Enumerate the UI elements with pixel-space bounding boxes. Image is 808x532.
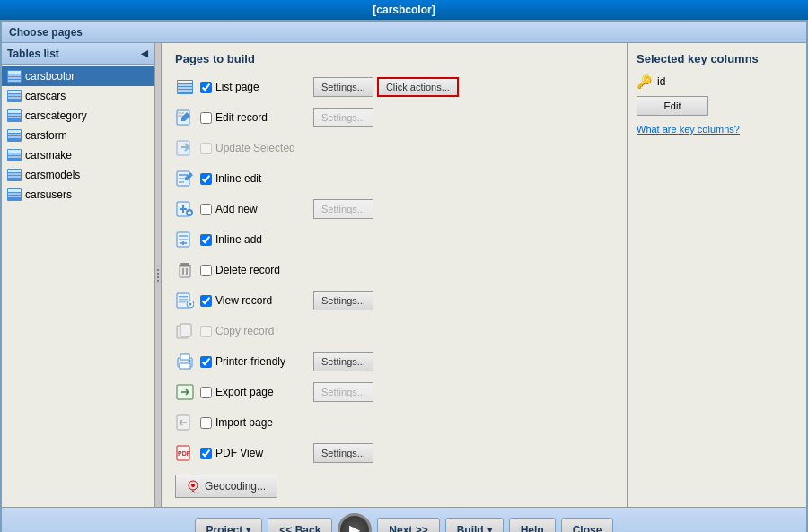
row-import-page: Import page — [175, 410, 613, 435]
svg-rect-4 — [8, 80, 21, 82]
checkbox-copy-record[interactable]: Copy record — [200, 325, 308, 337]
settings-add-new-button[interactable]: Settings... — [313, 199, 373, 219]
pages-section: Pages to build List pa — [162, 43, 627, 507]
key-icon: 🔑 — [637, 74, 652, 89]
svg-rect-11 — [8, 114, 21, 116]
table-icon-carscars — [7, 90, 22, 102]
back-button[interactable]: << Back — [268, 518, 332, 533]
check-printer-friendly[interactable] — [200, 356, 212, 368]
printer-friendly-icon — [176, 353, 194, 370]
checkbox-inline-edit[interactable]: Inline edit — [200, 172, 308, 185]
svg-rect-14 — [8, 130, 21, 133]
sidebar-header: Tables list ◀ — [2, 43, 154, 65]
checkbox-pdf-view[interactable]: PDF View — [200, 447, 308, 459]
check-edit-record[interactable] — [200, 112, 212, 124]
settings-printer-friendly-button[interactable]: Settings... — [313, 352, 373, 371]
table-icon-carsmodels — [7, 169, 22, 181]
svg-text:PDF: PDF — [178, 450, 191, 457]
inline-edit-icon — [176, 170, 194, 187]
check-inline-edit[interactable] — [200, 173, 212, 185]
list-page-icon — [176, 79, 194, 95]
sidebar-item-carscars[interactable]: carscars — [2, 86, 154, 106]
checkbox-edit-record[interactable]: Edit record — [200, 111, 308, 124]
svg-point-63 — [189, 360, 191, 362]
next-button[interactable]: Next >> — [377, 518, 439, 533]
svg-rect-12 — [8, 117, 21, 118]
resize-handle[interactable] — [154, 43, 162, 507]
checkbox-inline-add[interactable]: Inline add — [200, 233, 308, 246]
key-columns-panel: Selected key columns 🔑 id Edit What are … — [627, 43, 806, 507]
check-export-page[interactable] — [200, 387, 212, 398]
label-list-page: List page — [215, 81, 259, 93]
key-columns-link[interactable]: What are key columns? — [637, 124, 740, 135]
checkbox-add-new[interactable]: Add new — [200, 203, 308, 215]
check-copy-record[interactable] — [200, 326, 212, 337]
geocoding-label: Geocoding... — [205, 480, 266, 493]
icon-edit-record — [175, 108, 195, 127]
settings-edit-record-button[interactable]: Settings... — [313, 108, 373, 127]
svg-rect-48 — [180, 263, 189, 265]
checkbox-printer-friendly[interactable]: Printer-friendly — [200, 355, 308, 368]
table-icon-carscategory — [7, 109, 22, 122]
row-inline-edit: Inline edit — [175, 166, 613, 191]
row-printer-friendly: Printer-friendly Settings... — [175, 349, 613, 374]
run-icon: ▶ — [349, 521, 360, 532]
svg-rect-1 — [8, 71, 21, 74]
svg-rect-54 — [179, 299, 188, 301]
settings-pdf-view-button[interactable]: Settings... — [313, 443, 373, 463]
checkbox-view-record[interactable]: View record — [200, 294, 308, 307]
sidebar-item-carsform[interactable]: carsform — [2, 126, 154, 145]
click-actions-button[interactable]: Click actions... — [377, 77, 459, 97]
icon-inline-add — [175, 230, 195, 249]
settings-list-page-button[interactable]: Settings... — [313, 77, 373, 97]
settings-view-record-button[interactable]: Settings... — [313, 291, 373, 310]
label-add-new: Add new — [215, 203, 258, 215]
row-add-new: Add new Settings... — [175, 196, 613, 222]
svg-rect-59 — [180, 324, 191, 336]
edit-key-button[interactable]: Edit — [637, 96, 708, 116]
svg-rect-16 — [8, 136, 21, 138]
build-button[interactable]: Build — [445, 518, 504, 533]
checkbox-update-selected[interactable]: Update Selected — [200, 142, 308, 154]
row-update-selected: Update Selected — [175, 135, 613, 161]
svg-rect-10 — [8, 110, 21, 113]
check-view-record[interactable] — [200, 295, 212, 307]
settings-export-page-button[interactable]: Settings... — [313, 382, 373, 402]
svg-rect-15 — [8, 134, 21, 135]
check-add-new[interactable] — [200, 204, 212, 215]
label-export-page: Export page — [215, 386, 274, 398]
checkbox-list-page[interactable]: List page — [200, 81, 308, 93]
sidebar-item-carsmake[interactable]: carsmake — [2, 145, 154, 165]
edit-record-icon — [176, 109, 194, 126]
run-button[interactable]: ▶ — [338, 513, 372, 533]
check-delete-record[interactable] — [200, 265, 212, 276]
checkbox-delete-record[interactable]: Delete record — [200, 264, 308, 276]
svg-rect-24 — [8, 176, 21, 178]
icon-copy-record — [175, 321, 195, 341]
checkbox-export-page[interactable]: Export page — [200, 386, 308, 398]
key-field-row: 🔑 id — [637, 74, 797, 89]
sidebar-item-carscategory[interactable]: carscategory — [2, 106, 154, 126]
geocoding-button[interactable]: Geocoding... — [175, 475, 277, 498]
label-view-record: View record — [215, 294, 272, 307]
row-copy-record: Copy record — [175, 318, 613, 344]
check-list-page[interactable] — [200, 82, 212, 93]
check-import-page[interactable] — [200, 417, 212, 429]
close-button[interactable]: Close — [561, 518, 614, 533]
svg-rect-6 — [8, 91, 21, 93]
svg-rect-22 — [8, 170, 21, 172]
help-button[interactable]: Help — [509, 518, 556, 533]
sidebar-item-carsmodels[interactable]: carsmodels — [2, 165, 154, 185]
label-copy-record: Copy record — [215, 325, 274, 337]
checkbox-import-page[interactable]: Import page — [200, 416, 308, 429]
sidebar-item-carsusers[interactable]: carsusers — [2, 185, 154, 205]
svg-rect-49 — [180, 266, 190, 277]
sidebar-collapse-icon[interactable]: ◀ — [141, 48, 148, 58]
check-inline-add[interactable] — [200, 234, 212, 246]
import-page-icon — [176, 414, 194, 431]
project-button[interactable]: Project — [195, 518, 263, 533]
check-update-selected[interactable] — [200, 143, 212, 154]
svg-rect-30 — [178, 81, 192, 83]
sidebar-item-carsbcolor[interactable]: carsbcolor — [2, 66, 154, 86]
check-pdf-view[interactable] — [200, 448, 212, 459]
